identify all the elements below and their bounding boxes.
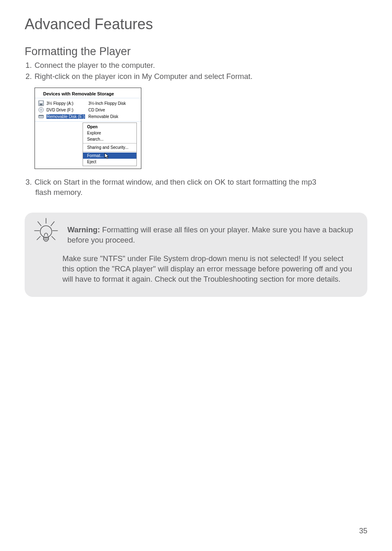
step-1: 1.Connect the player to the computer. — [25, 60, 367, 71]
explorer-window: Devices with Removable Storage 3½ Floppy… — [35, 88, 141, 169]
svg-point-14 — [40, 226, 52, 237]
page-title: Advanced Features — [25, 16, 367, 33]
menu-item-explore[interactable]: Explore — [83, 130, 136, 136]
step-text: Click on Start in the format window, and… — [35, 178, 316, 186]
warning-paragraph: Warning: Formatting will erase all files… — [67, 225, 354, 245]
explorer-heading: Devices with Removable Storage — [35, 88, 141, 98]
step-2: 2.Right-click on the player icon in My C… — [25, 72, 367, 82]
svg-rect-2 — [40, 104, 42, 105]
device-type: 3½-Inch Floppy Disk — [88, 101, 138, 106]
context-menu: Open Explore Search... Sharing and Secur… — [83, 123, 137, 166]
svg-rect-1 — [39, 101, 43, 103]
cd-icon — [38, 107, 44, 113]
svg-line-8 — [38, 222, 41, 226]
device-type: CD Drive — [88, 107, 138, 113]
list-item[interactable]: Removable Disk (E:) Removable Disk — [35, 113, 141, 120]
section-title: Formatting the Player — [25, 45, 367, 58]
svg-line-12 — [37, 236, 40, 240]
device-name: 3½ Floppy (A:) — [46, 101, 86, 106]
menu-item-search[interactable]: Search... — [83, 136, 136, 142]
menu-item-sharing[interactable]: Sharing and Security... — [83, 144, 136, 150]
step-number: 1. — [25, 60, 35, 71]
warning-text: Formatting will erase all files on your … — [67, 225, 353, 244]
warning-callout: Warning: Formatting will erase all files… — [25, 213, 367, 297]
menu-item-open[interactable]: Open — [83, 124, 136, 130]
svg-rect-6 — [39, 115, 44, 116]
step-3: 3.Click on Start in the format window, a… — [25, 177, 367, 198]
device-name: Removable Disk (E:) — [46, 114, 86, 119]
note-paragraph: Make sure "NTFS" under File System drop-… — [62, 254, 354, 285]
step-number: 3. — [25, 177, 35, 188]
device-list: 3½ Floppy (A:) 3½-Inch Floppy Disk DVD D… — [35, 98, 141, 122]
list-item[interactable]: DVD Drive (F:) CD Drive — [35, 106, 141, 113]
removable-disk-icon — [38, 113, 44, 119]
device-name: DVD Drive (F:) — [46, 107, 86, 113]
menu-item-format[interactable]: Format... — [83, 153, 136, 159]
step-text-cont: flash memory. — [25, 188, 367, 198]
menu-item-eject[interactable]: Eject — [83, 159, 136, 165]
device-type: Removable Disk — [88, 114, 138, 119]
floppy-icon — [38, 100, 44, 106]
warning-label: Warning: — [67, 225, 100, 234]
svg-point-4 — [41, 109, 42, 111]
svg-line-13 — [52, 236, 55, 240]
step-text: Right-click on the player icon in My Com… — [35, 72, 253, 81]
step-text: Connect the player to the computer. — [35, 61, 155, 69]
step-number: 2. — [25, 72, 35, 82]
list-item[interactable]: 3½ Floppy (A:) 3½-Inch Floppy Disk — [35, 100, 141, 106]
svg-line-9 — [51, 222, 54, 226]
page-number: 35 — [359, 527, 367, 535]
lightbulb-icon — [33, 218, 59, 250]
